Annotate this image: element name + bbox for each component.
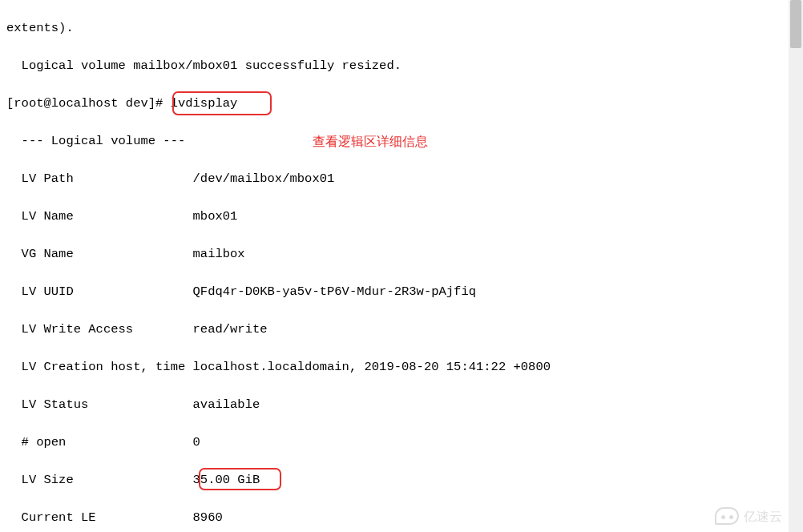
scrollbar-thumb[interactable] <box>790 0 801 48</box>
highlight-box-size <box>199 468 281 490</box>
watermark-text: 亿速云 <box>744 507 782 526</box>
lv-name-row: LV Name mbox01 <box>6 208 797 227</box>
lv-uuid-row: LV UUID QFdq4r-D0KB-ya5v-tP6V-Mdur-2R3w-… <box>6 283 797 302</box>
lv-open-row: # open 0 <box>6 433 797 453</box>
lv-header: --- Logical volume ---查看逻辑区详细信息 <box>6 132 797 151</box>
lv-path-row: LV Path /dev/mailbox/mbox01 <box>6 170 797 189</box>
highlight-box-command <box>172 91 272 115</box>
annotation-text: 查看逻辑区详细信息 <box>313 132 428 151</box>
lv-status-row: LV Status available <box>6 396 797 415</box>
vertical-scrollbar[interactable] <box>789 0 803 532</box>
terminal-output: extents). Logical volume mailbox/mbox01 … <box>0 0 803 532</box>
output-line: Logical volume mailbox/mbox01 successful… <box>6 57 797 76</box>
vg-name-row: VG Name mailbox <box>6 245 797 264</box>
lv-access-row: LV Write Access read/write <box>6 320 797 340</box>
lv-le-row: Current LE 8960 <box>6 509 797 528</box>
lv-creation-row: LV Creation host, time localhost.localdo… <box>6 358 797 377</box>
output-line: extents). <box>6 19 797 38</box>
shell-prompt: [root@localhost dev]# <box>6 96 171 111</box>
cloud-icon <box>715 507 739 525</box>
prompt-line[interactable]: [root@localhost dev]# lvdisplay <box>6 95 797 114</box>
lv-size-row: LV Size 35.00 GiB <box>6 471 797 490</box>
watermark: 亿速云 <box>715 507 782 526</box>
